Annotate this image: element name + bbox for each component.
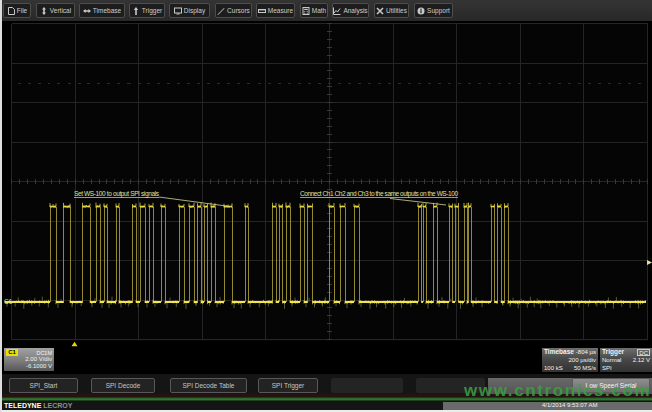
- svg-text:C1: C1: [4, 298, 13, 305]
- svg-text:Set WS-100 to output SPI signa: Set WS-100 to output SPI signals: [74, 190, 160, 198]
- svg-text:Connect Ch1 Ch2 and Ch3 to the: Connect Ch1 Ch2 and Ch3 to the same outp…: [300, 190, 458, 198]
